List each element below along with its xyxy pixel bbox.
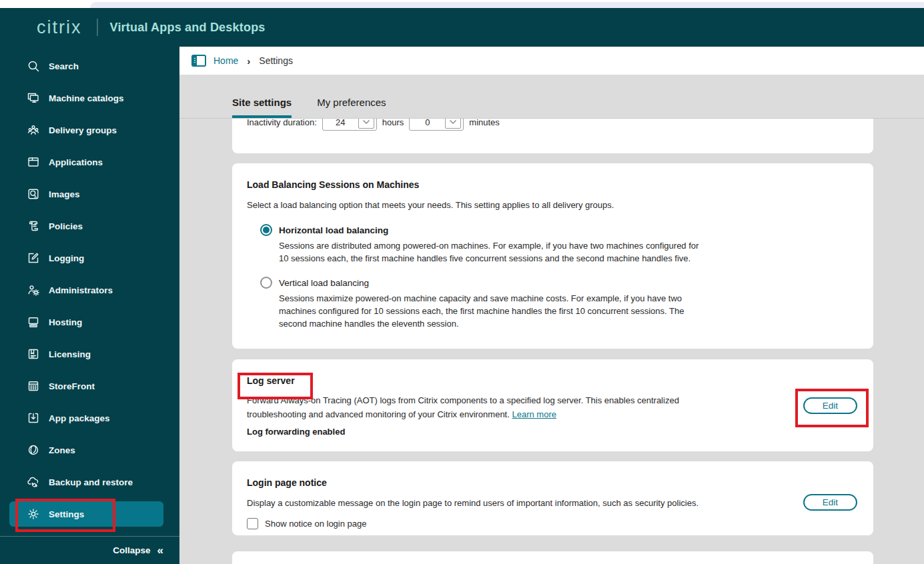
learn-more-link[interactable]: Learn more xyxy=(512,409,556,419)
policies-icon xyxy=(27,219,40,233)
sidebar-item-logging[interactable]: Logging xyxy=(0,242,179,274)
app-packages-icon xyxy=(27,411,40,425)
breadcrumb-current: Settings xyxy=(259,55,293,66)
sidebar-item-zones[interactable]: Zones xyxy=(0,434,179,466)
show-notice-row: Show notice on login page xyxy=(247,518,857,529)
sidebar-item-label: Policies xyxy=(49,221,83,231)
storefront-icon xyxy=(27,379,40,393)
machine-catalogs-icon xyxy=(27,91,40,105)
log-server-description-text: Forward Always-on Tracing (AOT) logs fro… xyxy=(247,395,679,419)
partial-next-card xyxy=(232,551,873,564)
administrators-icon xyxy=(27,283,40,297)
vertical-option-description: Sessions maximize powered-on machine cap… xyxy=(279,292,706,330)
load-balancing-title: Load Balancing Sessions on Machines xyxy=(247,179,857,190)
header-divider xyxy=(97,19,98,36)
sidebar-item-label: Machine catalogs xyxy=(49,93,124,103)
tab-strip: Site settings My preferences xyxy=(179,75,924,119)
sidebar-item-hosting[interactable]: Hosting xyxy=(0,306,179,338)
breadcrumb-home-link[interactable]: Home xyxy=(213,55,238,66)
tabs: Site settings My preferences xyxy=(232,97,386,118)
breadcrumb-separator-icon: › xyxy=(246,55,252,67)
horizontal-option-description: Sessions are distributed among powered-o… xyxy=(279,239,706,265)
app-header: citrix Virtual Apps and Desktops xyxy=(0,8,924,47)
browser-tab-strip xyxy=(90,2,924,8)
sidebar-item-label: Zones xyxy=(49,445,75,455)
load-balancing-card: Load Balancing Sessions on Machines Sele… xyxy=(232,163,873,349)
vertical-option-label: Vertical load balancing xyxy=(279,278,369,288)
licensing-icon xyxy=(27,347,40,361)
sidebar-item-images[interactable]: Images xyxy=(0,178,179,210)
show-notice-label: Show notice on login page xyxy=(265,519,367,529)
sidebar-item-app-packages[interactable]: App packages xyxy=(0,402,179,434)
zones-icon xyxy=(27,443,40,457)
sidebar-item-settings[interactable]: Settings xyxy=(9,501,163,527)
search-icon xyxy=(27,59,40,73)
horizontal-load-balancing-option: Horizontal load balancing Sessions are d… xyxy=(260,224,857,265)
sidebar-item-label: App packages xyxy=(49,413,110,423)
product-title: Virtual Apps and Desktops xyxy=(110,21,266,35)
sidebar-footer: Collapse « xyxy=(0,536,179,564)
sidebar-item-label: StoreFront xyxy=(49,381,95,391)
radio-selected-icon[interactable] xyxy=(260,224,272,236)
sidebar-item-policies[interactable]: Policies xyxy=(0,210,179,242)
collapse-button[interactable]: Collapse xyxy=(113,545,150,555)
vertical-radio-row[interactable]: Vertical load balancing xyxy=(260,277,857,289)
sidebar-item-label: Administrators xyxy=(49,285,113,295)
sidebar-item-storefront[interactable]: StoreFront xyxy=(0,370,179,402)
load-balancing-description: Select a load balancing option that meet… xyxy=(247,198,857,212)
sidebar-list: Search Machine catalogs Delivery groups … xyxy=(0,47,179,527)
sidebar-item-label: Backup and restore xyxy=(49,477,133,487)
sidebar-item-administrators[interactable]: Administrators xyxy=(0,274,179,306)
log-server-title: Log server xyxy=(247,375,857,386)
hosting-icon xyxy=(27,315,40,329)
log-server-card: Log server Forward Always-on Tracing (AO… xyxy=(232,359,873,451)
citrix-logo: citrix xyxy=(37,17,82,38)
sidebar-item-label: Settings xyxy=(49,509,84,519)
sidebar-item-search[interactable]: Search xyxy=(0,50,179,82)
sidebar-item-label: Images xyxy=(49,189,80,199)
login-notice-title: Login page notice xyxy=(247,477,857,488)
backup-restore-icon xyxy=(27,475,40,489)
sidebar-item-licensing[interactable]: Licensing xyxy=(0,338,179,370)
sidebar-nav: Search Machine catalogs Delivery groups … xyxy=(0,47,179,564)
citrix-admin-console: citrix Virtual Apps and Desktops Search … xyxy=(0,0,924,564)
sidebar-item-applications[interactable]: Applications xyxy=(0,146,179,178)
applications-icon xyxy=(27,155,40,169)
collapse-chevrons-icon[interactable]: « xyxy=(157,545,163,556)
show-notice-checkbox[interactable] xyxy=(247,518,258,529)
panel-toggle-icon[interactable] xyxy=(191,55,206,67)
radio-unselected-icon[interactable] xyxy=(260,277,272,289)
vertical-load-balancing-option: Vertical load balancing Sessions maximiz… xyxy=(260,277,857,330)
sidebar-item-label: Delivery groups xyxy=(49,125,117,135)
login-notice-description: Display a customizable message on the lo… xyxy=(247,496,847,510)
delivery-groups-icon xyxy=(27,123,40,137)
login-page-notice-card: Login page notice Display a customizable… xyxy=(232,461,873,535)
sidebar-item-label: Hosting xyxy=(49,317,82,327)
logging-icon xyxy=(27,251,40,265)
horizontal-radio-row[interactable]: Horizontal load balancing xyxy=(260,224,857,236)
login-notice-edit-button[interactable]: Edit xyxy=(803,494,857,511)
tab-my-preferences[interactable]: My preferences xyxy=(317,97,386,118)
sidebar-item-machine-catalogs[interactable]: Machine catalogs xyxy=(0,82,179,114)
sidebar-item-backup-restore[interactable]: Backup and restore xyxy=(0,466,179,498)
sidebar-item-label: Applications xyxy=(49,157,103,167)
sidebar-item-label: Search xyxy=(49,61,79,71)
log-forwarding-status: Log forwarding enabled xyxy=(247,427,857,437)
images-icon xyxy=(27,187,40,201)
settings-icon xyxy=(27,507,40,521)
browser-chrome-strip xyxy=(0,0,924,8)
sidebar-item-label: Licensing xyxy=(49,349,91,359)
horizontal-option-label: Horizontal load balancing xyxy=(279,225,388,235)
log-server-edit-button[interactable]: Edit xyxy=(803,397,857,414)
sidebar-item-delivery-groups[interactable]: Delivery groups xyxy=(0,114,179,146)
tab-site-settings[interactable]: Site settings xyxy=(232,97,292,118)
sidebar-item-label: Logging xyxy=(49,253,84,263)
log-server-description: Forward Always-on Tracing (AOT) logs fro… xyxy=(247,393,714,421)
breadcrumb: Home › Settings xyxy=(179,47,924,75)
